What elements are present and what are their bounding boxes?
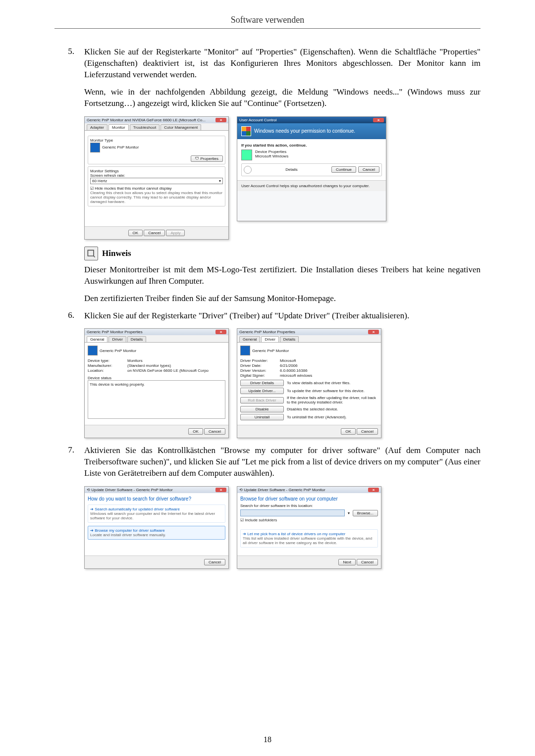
driver-details-button[interactable]: Driver Details — [240, 380, 284, 386]
tab-driver[interactable]: Driver — [261, 336, 278, 342]
continue-button[interactable]: Continue — [331, 166, 356, 173]
close-icon[interactable]: × — [368, 330, 379, 334]
version-label: Driver Version: — [240, 368, 280, 373]
cancel-button[interactable]: Cancel — [357, 559, 378, 565]
tab-details[interactable]: Details — [280, 336, 299, 342]
hide-modes-checkbox[interactable]: ☑ — [90, 186, 94, 191]
uac-item-name: Device Properties — [255, 150, 288, 154]
tab-details[interactable]: Details — [127, 336, 146, 342]
provider-label: Driver Provider: — [240, 358, 280, 363]
uac-if-started: If you started this action, continue. — [241, 143, 382, 148]
device-status-label: Device status — [88, 376, 225, 380]
device-status-text: This device is working properly. — [88, 380, 225, 419]
refresh-label: Screen refresh rate: — [90, 173, 223, 178]
tab-general[interactable]: General — [87, 336, 107, 342]
desc-uninstall: To uninstall the driver (Advanced). — [287, 415, 378, 419]
monitor-settings-label: Monitor Settings — [90, 169, 223, 173]
monitor-type-value: Generic PnP Monitor — [102, 145, 139, 150]
cancel-button[interactable]: Cancel — [357, 428, 378, 435]
props-general-title: Generic PnP Monitor Properties — [87, 330, 143, 334]
opt2-title: Browse my computer for driver software — [95, 528, 164, 533]
monitor-icon — [90, 143, 100, 152]
close-icon[interactable]: × — [215, 118, 226, 122]
hide-modes-label: Hide modes that this monitor cannot disp… — [95, 186, 171, 191]
monitor-type-label: Monitor Type — [90, 138, 223, 143]
desc-details: To view details about the driver files. — [287, 381, 378, 385]
step5-p2: Wenn, wie in der nachfolgenden Abbildung… — [84, 87, 481, 109]
close-icon[interactable]: × — [215, 330, 226, 334]
screenshot-display-properties: Generic PnP Monitor and NVIDIA GeForce 6… — [84, 116, 229, 240]
date-label: Driver Date: — [240, 363, 280, 368]
cancel-button[interactable]: Cancel — [144, 230, 165, 236]
option-pick-from-list[interactable]: ➔ Let me pick from a list of device driv… — [240, 529, 378, 548]
next-button[interactable]: Next — [338, 559, 355, 565]
step6-p1: Klicken Sie auf der Registerkarte "Drive… — [84, 310, 481, 322]
opt2-desc: Locate and install driver software manua… — [90, 533, 223, 537]
disable-button[interactable]: Disable — [240, 406, 284, 412]
devtype-label: Device type: — [88, 358, 127, 363]
win-search-title: ⟲ Update Driver Software - Generic PnP M… — [87, 488, 173, 492]
tab-general[interactable]: General — [239, 336, 260, 342]
pick-desc: This list will show installed driver sof… — [243, 536, 375, 545]
rollback-button[interactable]: Roll Back Driver — [240, 397, 284, 403]
ok-button[interactable]: OK — [128, 230, 143, 236]
refresh-value: 60 Hertz — [92, 179, 107, 183]
display-prop-title: Generic PnP Monitor and NVIDIA GeForce 6… — [87, 118, 206, 122]
browse-heading: Browse for driver software on your compu… — [240, 496, 378, 502]
tab-driver[interactable]: Driver — [108, 336, 126, 342]
ok-button[interactable]: OK — [341, 428, 356, 435]
cancel-button[interactable]: Cancel — [204, 428, 225, 435]
close-icon[interactable]: × — [368, 488, 379, 492]
note-icon — [84, 247, 98, 260]
refresh-select[interactable]: 60 Hertz ▾ — [90, 178, 223, 184]
option-auto-search[interactable]: ➔ Search automatically for updated drive… — [88, 504, 225, 523]
props-driver-title: Generic PnP Monitor Properties — [239, 330, 295, 334]
tab-troubleshoot[interactable]: Troubleshoot — [130, 124, 160, 130]
uninstall-button[interactable]: Uninstall — [240, 414, 284, 420]
step5-p1: Klicken Sie auf der Registerkarte "Monit… — [84, 47, 481, 81]
screenshot-uac-dialog: User Account Control × Windows needs you… — [237, 116, 386, 221]
cancel-button[interactable]: Cancel — [358, 166, 379, 173]
uac-details-label[interactable]: Details — [285, 167, 297, 172]
uac-item-publisher: Microsoft Windows — [255, 154, 288, 158]
update-driver-button[interactable]: Update Driver... — [240, 388, 284, 394]
note-p1: Dieser Monitortreiber ist mit dem MS-Log… — [84, 264, 481, 287]
uac-footer-text: User Account Control helps stop unauthor… — [237, 180, 386, 191]
date-value: 6/21/2006 — [280, 363, 298, 368]
tab-monitor[interactable]: Monitor — [108, 124, 129, 130]
cancel-button[interactable]: Cancel — [204, 559, 225, 565]
monitor-icon — [88, 346, 98, 355]
desc-disable: Disables the selected device. — [287, 407, 378, 411]
screenshot-search-driver: ⟲ Update Driver Software - Generic PnP M… — [84, 486, 229, 569]
desc-rollback: If the device fails after updating the d… — [287, 396, 378, 404]
tab-adapter[interactable]: Adapter — [87, 124, 107, 130]
browse-button[interactable]: Browse... — [353, 510, 378, 516]
chevron-down-icon[interactable]: ▾ — [348, 511, 350, 515]
close-icon[interactable]: × — [215, 488, 226, 492]
loc-value: on NVIDIA GeForce 6600 LE (Microsoft Cor… — [127, 368, 209, 373]
step7-p1: Aktivieren Sie das Kontrollkästchen "Bro… — [84, 445, 481, 479]
option-browse-computer[interactable]: ➔ Browse my computer for driver software… — [88, 526, 225, 540]
mfr-label: Manufacturer: — [88, 363, 127, 368]
uac-banner-text: Windows needs your permission to contion… — [254, 128, 355, 134]
include-subfolders-checkbox[interactable]: ☑ — [240, 518, 244, 522]
page-header: Software verwenden — [54, 15, 481, 29]
properties-button[interactable]: 🛡 Properties — [191, 155, 223, 162]
display-tabs[interactable]: Adapter Monitor Troubleshoot Color Manag… — [85, 123, 228, 131]
screenshot-driver-general: Generic PnP Monitor Properties × General… — [84, 328, 229, 438]
location-input[interactable] — [240, 509, 345, 516]
apply-button[interactable]: Apply — [166, 230, 185, 236]
device-name: Generic PnP Monitor — [100, 349, 136, 353]
ok-button[interactable]: OK — [188, 428, 203, 435]
opt1-title: Search automatically for updated driver … — [95, 507, 180, 511]
devtype-value: Monitors — [127, 358, 143, 363]
mfr-value: (Standard monitor types) — [127, 363, 171, 368]
uac-title: User Account Control — [239, 118, 277, 122]
device-name: Generic PnP Monitor — [252, 349, 289, 353]
chevron-down-icon[interactable] — [244, 166, 252, 174]
tab-color[interactable]: Color Management — [160, 124, 201, 130]
close-icon[interactable]: × — [373, 118, 384, 122]
signer-value: microsoft windows — [280, 373, 312, 378]
step-number-6: 6. — [54, 310, 84, 322]
screenshot-driver-driver: Generic PnP Monitor Properties × General… — [237, 328, 381, 438]
